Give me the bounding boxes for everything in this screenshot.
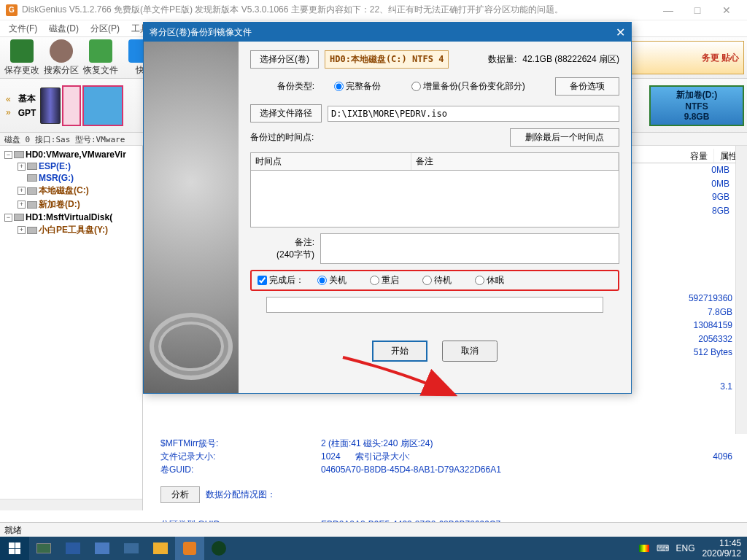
tray-flag-icon[interactable]: [639, 545, 649, 552]
timepoints-header: 时间点 备注: [250, 152, 619, 171]
diskbar-arrows[interactable]: «»: [3, 94, 14, 117]
radio-standby[interactable]: 待机: [422, 274, 452, 287]
drive-icon: [27, 174, 37, 182]
tree-esp[interactable]: ESP(E:): [39, 161, 71, 171]
toolbar-save[interactable]: 保存更改: [3, 39, 41, 77]
disk-icon: [40, 88, 61, 124]
partition-d[interactable]: 新加卷(D:) NTFS 9.8GB: [649, 85, 744, 126]
drive-icon: [27, 227, 37, 234]
rec-label: 文件记录大小:: [160, 450, 321, 463]
delete-last-point-button[interactable]: 删除最后一个时间点: [510, 128, 619, 147]
radio-shutdown[interactable]: 关机: [317, 274, 347, 287]
cancel-button[interactable]: 取消: [442, 341, 498, 362]
expand-icon[interactable]: −: [4, 214, 12, 222]
toolbar-search-partition[interactable]: 搜索分区: [42, 39, 80, 77]
task-diskgenius-icon[interactable]: [175, 537, 204, 560]
window-title: DiskGenius V5.1.2.766 免费版(单文件PE版) 发现新版本 …: [22, 4, 563, 16]
data-amount-label: 数据量:: [488, 53, 516, 66]
tree-msr[interactable]: MSR(G:): [39, 173, 74, 183]
expand-icon[interactable]: +: [18, 187, 26, 195]
window-titlebar: G DiskGenius V5.1.2.766 免费版(单文件PE版) 发现新版…: [0, 0, 747, 20]
maximize-button[interactable]: □: [683, 4, 712, 16]
drive-icon: [27, 163, 37, 170]
remark-label: 备注:: [250, 236, 314, 249]
col-remark[interactable]: 备注: [411, 153, 619, 170]
volguid-value: 04605A70-B8DB-45D4-8AB1-D79A322D66A1: [321, 463, 501, 476]
expand-icon[interactable]: −: [4, 151, 12, 159]
task-icon[interactable]: [204, 537, 233, 560]
start-button[interactable]: [0, 537, 29, 560]
tree-pe[interactable]: 小白PE工具盘(Y:): [39, 224, 108, 236]
diskbar-gpt: GPT: [18, 108, 36, 118]
dialog-close-icon[interactable]: ✕: [616, 26, 625, 39]
start-button[interactable]: 开始: [372, 341, 427, 362]
diskbar-basic: 基本: [18, 93, 36, 105]
idx-label: 索引记录大小:: [355, 450, 410, 463]
radio-hibernate[interactable]: 休眠: [475, 274, 504, 287]
info-value: 7.8GB: [689, 306, 732, 319]
close-button[interactable]: ✕: [712, 4, 741, 16]
toolbar-recover-files[interactable]: 恢复文件: [82, 39, 120, 77]
menu-disk[interactable]: 磁盘(D): [43, 23, 85, 35]
radio-full-backup[interactable]: 完整备份: [334, 80, 381, 93]
after-complete-box: 完成后： 关机 重启 待机 休眠: [250, 270, 619, 291]
expand-icon[interactable]: +: [18, 163, 26, 171]
dialog-sidebar-image: [144, 42, 239, 393]
info-value: 3.1: [689, 380, 732, 394]
minimize-button[interactable]: —: [654, 4, 683, 16]
rec-value: 1024: [321, 450, 341, 463]
remark-textarea[interactable]: [320, 233, 619, 264]
dialog-titlebar[interactable]: 将分区(卷)备份到镜像文件 ✕: [144, 23, 631, 42]
tree-hd1[interactable]: HD1:MsftVirtualDisk(: [26, 212, 112, 222]
drive-icon: [27, 187, 37, 195]
alloc-label: 数据分配情况图：: [206, 489, 276, 499]
info-value: 2056332: [689, 332, 732, 346]
data-amount-value: 42.1GB (88222624 扇区): [522, 53, 619, 66]
menu-partition[interactable]: 分区(P): [85, 23, 125, 35]
tray-lang[interactable]: ENG: [676, 543, 695, 553]
backup-dialog: 将分区(卷)备份到镜像文件 ✕ 选择分区(卷) HD0:本地磁盘(C:) NTF…: [143, 22, 632, 394]
radio-incremental-backup[interactable]: 增量备份(只备份变化部分): [411, 80, 525, 93]
statusbar: 就绪: [0, 522, 747, 537]
partition-esp[interactable]: [62, 85, 81, 126]
select-path-button[interactable]: 选择文件路径: [250, 104, 322, 122]
hdd-icon: [14, 214, 24, 221]
path-input[interactable]: [328, 106, 619, 122]
select-partition-button[interactable]: 选择分区(卷): [250, 50, 319, 69]
menu-file[interactable]: 文件(F): [3, 23, 43, 35]
hdd-icon: [14, 151, 24, 158]
selected-partition-text: HD0:本地磁盘(C:) NTFS 4: [325, 50, 449, 69]
task-icon[interactable]: [117, 537, 146, 560]
banner-ad: 务更 贴心: [620, 41, 744, 74]
progress-field: [266, 297, 603, 313]
tree-scrollbar-h[interactable]: [0, 499, 142, 510]
tree-d[interactable]: 新加卷(D:): [39, 198, 80, 211]
task-explorer-icon[interactable]: [146, 537, 175, 560]
taskbar[interactable]: ⌨ ENG 11:45 2020/9/12: [0, 537, 747, 560]
col-capacity[interactable]: 容量: [684, 149, 714, 163]
info-value: 592719360: [689, 292, 732, 306]
radio-reboot[interactable]: 重启: [370, 274, 399, 287]
analyze-button[interactable]: 分析: [160, 486, 200, 503]
dialog-title: 将分区(卷)备份到镜像文件: [150, 26, 252, 39]
tree-c[interactable]: 本地磁盘(C:): [39, 184, 89, 197]
after-complete-checkbox[interactable]: 完成后：: [258, 274, 304, 287]
disk-tree[interactable]: −HD0:VMware,VMwareVir +ESP(E:) MSR(G:) +…: [0, 146, 143, 510]
expand-icon[interactable]: +: [18, 201, 26, 209]
info-value: 512 Bytes: [689, 346, 732, 359]
expand-icon[interactable]: +: [18, 226, 26, 234]
app-icon: G: [6, 4, 18, 16]
tray-keyboard-icon[interactable]: ⌨: [657, 543, 669, 553]
timepoints-list[interactable]: [250, 171, 619, 228]
col-timepoint[interactable]: 时间点: [251, 153, 411, 170]
task-icon[interactable]: [58, 537, 88, 560]
tree-hd0[interactable]: HD0:VMware,VMwareVir: [26, 149, 126, 160]
partition-c[interactable]: [82, 85, 123, 126]
task-icon[interactable]: [29, 537, 58, 560]
past-points-label: 备份过的时间点:: [250, 131, 314, 144]
remark-sublabel: (240字节): [250, 249, 314, 261]
tray-clock[interactable]: 11:45 2020/9/12: [703, 538, 741, 559]
backup-type-label: 备份类型:: [250, 80, 314, 93]
backup-options-button[interactable]: 备份选项: [555, 77, 619, 96]
task-icon[interactable]: [88, 537, 117, 560]
